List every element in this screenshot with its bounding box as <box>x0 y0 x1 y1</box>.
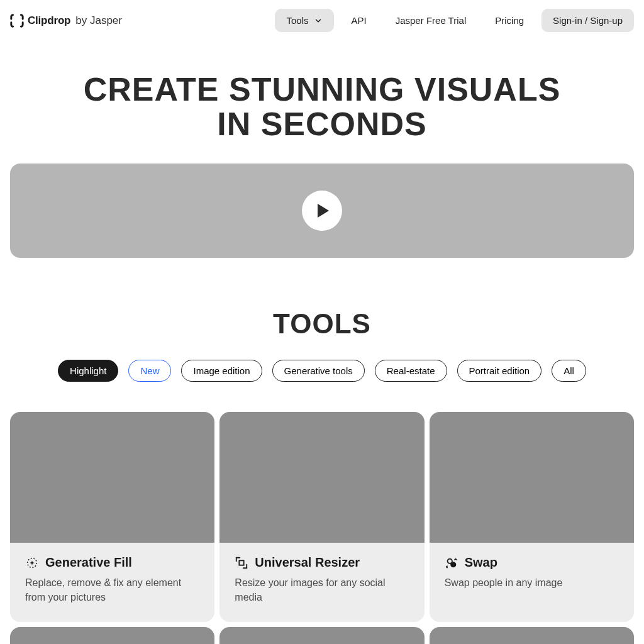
swap-icon <box>445 556 458 570</box>
tool-card-universal-resizer[interactable]: Universal Resizer Resize your images for… <box>219 412 424 622</box>
filter-real-estate[interactable]: Real-estate <box>375 360 447 382</box>
tool-card-partial[interactable] <box>10 627 214 644</box>
tool-card-body: Generative Fill Replace, remove & fix an… <box>10 543 214 622</box>
filter-portrait-edition[interactable]: Portrait edition <box>457 360 542 382</box>
filter-image-edition[interactable]: Image edition <box>181 360 262 382</box>
hero-title-line2: IN SECONDS <box>217 106 427 142</box>
tool-card-desc: Resize your images for any social media <box>235 576 409 604</box>
filter-all[interactable]: All <box>552 360 586 382</box>
filter-highlight[interactable]: Highlight <box>58 360 118 382</box>
tool-card-image <box>219 412 424 543</box>
tool-card-desc: Swap people in any image <box>445 576 619 590</box>
filter-new[interactable]: New <box>128 360 171 382</box>
tool-card-title: Universal Resizer <box>255 555 360 570</box>
nav-pricing[interactable]: Pricing <box>484 9 535 32</box>
tool-card-partial[interactable] <box>219 627 424 644</box>
nav-tools-label: Tools <box>286 15 308 26</box>
hero-title: CREATE STUNNING VISUALS IN SECONDS <box>10 72 634 141</box>
tool-card-image <box>219 627 424 644</box>
tools-grid: Generative Fill Replace, remove & fix an… <box>0 382 644 644</box>
tool-card-desc: Replace, remove & fix any element from y… <box>25 576 199 604</box>
hero-video-placeholder[interactable] <box>10 164 634 258</box>
tool-card-title: Swap <box>465 555 497 570</box>
nav-signin[interactable]: Sign-in / Sign-up <box>541 9 634 32</box>
sparkle-circle-icon <box>25 556 39 570</box>
tool-filters: Highlight New Image edition Generative t… <box>0 360 644 382</box>
tool-card-title: Generative Fill <box>45 555 132 570</box>
play-icon <box>318 204 329 218</box>
brand-name: Clipdrop <box>28 14 70 27</box>
nav-trial[interactable]: Jasper Free Trial <box>384 9 478 32</box>
nav-api[interactable]: API <box>340 9 378 32</box>
header: Clipdrop by Jasper Tools API Jasper Free… <box>0 0 644 41</box>
brand[interactable]: Clipdrop by Jasper <box>10 14 122 28</box>
tools-heading: TOOLS <box>0 308 644 340</box>
tool-card-image <box>430 412 634 543</box>
resize-icon <box>235 556 248 570</box>
tool-card-generative-fill[interactable]: Generative Fill Replace, remove & fix an… <box>10 412 214 622</box>
tool-card-swap[interactable]: Swap Swap people in any image <box>430 412 634 622</box>
hero: CREATE STUNNING VISUALS IN SECONDS <box>0 41 644 141</box>
hero-title-line1: CREATE STUNNING VISUALS <box>84 71 561 108</box>
main-nav: Tools API Jasper Free Trial Pricing Sign… <box>275 9 634 32</box>
tool-card-body: Universal Resizer Resize your images for… <box>219 543 424 622</box>
filter-generative-tools[interactable]: Generative tools <box>272 360 365 382</box>
play-button[interactable] <box>302 191 342 231</box>
tool-card-image <box>430 627 634 644</box>
svg-point-3 <box>451 562 455 567</box>
tool-card-image <box>10 412 214 543</box>
tool-card-body: Swap Swap people in any image <box>430 543 634 608</box>
svg-rect-1 <box>240 560 244 565</box>
brand-byline: by Jasper <box>75 14 122 27</box>
nav-tools[interactable]: Tools <box>275 9 333 32</box>
tool-card-partial[interactable] <box>430 627 634 644</box>
chevron-down-icon <box>314 16 323 25</box>
tool-card-image <box>10 627 214 644</box>
clipdrop-logo-icon <box>10 14 24 28</box>
